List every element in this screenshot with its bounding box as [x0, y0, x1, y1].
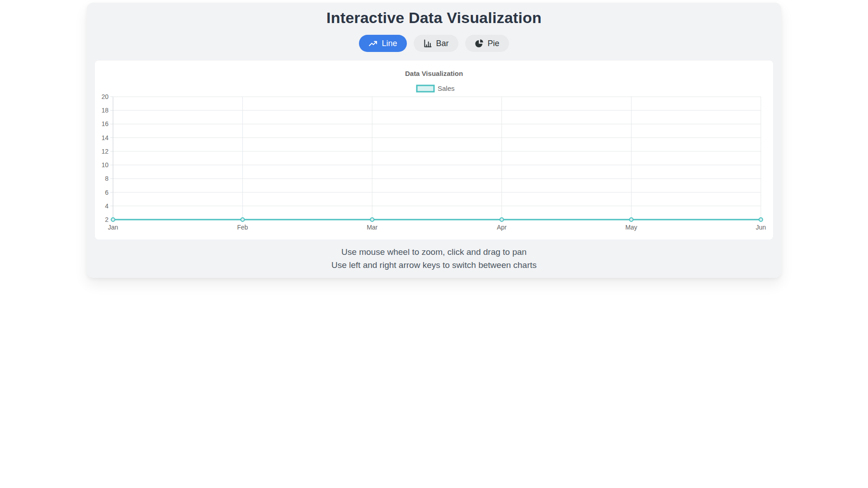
y-tick-label: 6: [105, 189, 108, 196]
bar-chart-button-label: Bar: [436, 39, 449, 47]
x-tick-label: Jun: [756, 224, 766, 231]
instructions: Use mouse wheel to zoom, click and drag …: [87, 245, 781, 272]
x-tick-label: Mar: [367, 224, 377, 231]
data-point[interactable]: [241, 218, 245, 221]
data-point[interactable]: [629, 218, 633, 221]
chart-type-controls: Line Bar Pie: [87, 35, 781, 52]
y-tick-label: 2: [105, 216, 108, 223]
line-chart-button-label: Line: [382, 39, 397, 47]
page-title: Interactive Data Visualization: [87, 3, 781, 27]
x-tick-label: Jan: [108, 224, 118, 231]
y-tick-label: 14: [101, 134, 108, 141]
pie-chart-icon: [475, 39, 484, 48]
x-tick-label: Feb: [237, 224, 248, 231]
instruction-arrow-keys: Use left and right arrow keys to switch …: [87, 258, 781, 272]
instruction-zoom-pan: Use mouse wheel to zoom, click and drag …: [87, 245, 781, 258]
legend-label[interactable]: Sales: [438, 84, 455, 92]
chart-title: Data Visualization: [405, 70, 463, 77]
data-point[interactable]: [111, 218, 115, 221]
y-tick-label: 12: [101, 148, 108, 155]
y-tick-label: 16: [101, 120, 108, 127]
chart-card: 2018161412108642JanFebMarAprMayJunData V…: [95, 61, 773, 239]
data-point[interactable]: [370, 218, 374, 221]
bar-chart-button[interactable]: Bar: [414, 35, 458, 52]
data-point[interactable]: [759, 218, 763, 221]
y-tick-label: 20: [101, 93, 108, 100]
line-chart-icon: [368, 39, 377, 48]
x-tick-label: May: [625, 224, 637, 231]
bar-chart-icon: [423, 39, 432, 48]
legend-swatch[interactable]: [417, 85, 434, 92]
pie-chart-button[interactable]: Pie: [465, 35, 509, 52]
y-tick-label: 8: [105, 175, 108, 182]
line-chart-button[interactable]: Line: [359, 35, 406, 52]
y-tick-label: 18: [101, 107, 108, 114]
data-point[interactable]: [500, 218, 504, 221]
app-container: Interactive Data Visualization Line Ba: [87, 3, 781, 278]
pie-chart-button-label: Pie: [488, 39, 500, 47]
chart-canvas[interactable]: 2018161412108642JanFebMarAprMayJunData V…: [95, 61, 773, 239]
y-tick-label: 4: [105, 202, 108, 210]
x-tick-label: Apr: [497, 224, 507, 231]
y-tick-label: 10: [101, 161, 108, 169]
